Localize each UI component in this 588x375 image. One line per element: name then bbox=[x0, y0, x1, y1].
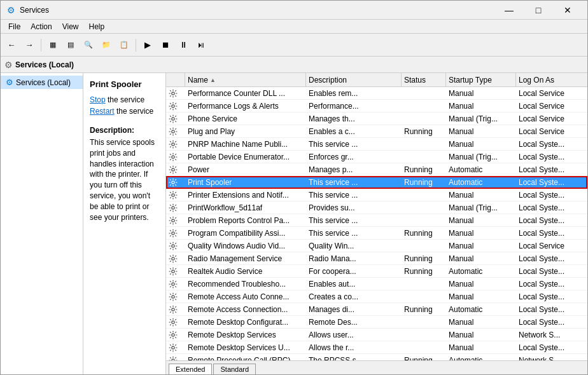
stop-service-button[interactable]: ⏹ bbox=[157, 37, 174, 53]
forward-button[interactable]: → bbox=[21, 37, 38, 53]
table-row[interactable]: Printer Extensions and Notif...This serv… bbox=[166, 189, 587, 201]
maximize-button[interactable]: □ bbox=[524, 1, 553, 20]
tab-standard[interactable]: Standard bbox=[213, 364, 256, 374]
service-status bbox=[402, 112, 446, 125]
table-row[interactable]: Remote Desktop Configurat...Remote Des..… bbox=[166, 316, 587, 329]
table-row[interactable]: Performance Counter DLL ...Enables rem..… bbox=[166, 87, 587, 100]
gear-icon bbox=[169, 254, 178, 263]
service-name: PrintWorkflow_5d11af bbox=[185, 201, 306, 214]
svg-point-2 bbox=[172, 117, 174, 119]
service-status bbox=[402, 316, 446, 328]
service-description: This service ... bbox=[306, 138, 402, 150]
resume-service-button[interactable]: ⏯ bbox=[193, 37, 209, 53]
table-row[interactable]: Quality Windows Audio Vid...Quality Win.… bbox=[166, 240, 587, 252]
header-description[interactable]: Description bbox=[306, 73, 402, 86]
service-name: Radio Management Service bbox=[185, 252, 306, 264]
back-button[interactable]: ← bbox=[3, 37, 20, 53]
menu-action[interactable]: Action bbox=[25, 21, 57, 32]
stop-service-action[interactable]: Stop the service bbox=[90, 95, 159, 104]
table-row[interactable]: Plug and PlayEnables a c...RunningManual… bbox=[166, 125, 587, 138]
toolbar-btn-4[interactable]: 📁 bbox=[98, 37, 115, 53]
svg-point-7 bbox=[172, 181, 174, 183]
table-row[interactable]: Portable Device Enumerator...Enforces gr… bbox=[166, 151, 587, 163]
service-startup: Manual (Trig... bbox=[446, 201, 516, 214]
service-logon: Local Syste... bbox=[516, 176, 587, 188]
service-startup: Automatic bbox=[446, 265, 516, 277]
services-list[interactable]: Performance Counter DLL ...Enables rem..… bbox=[166, 87, 587, 360]
service-description: Allows user... bbox=[306, 329, 402, 341]
table-row[interactable]: Recommended Troublesho...Enables aut...M… bbox=[166, 278, 587, 290]
table-row[interactable]: Program Compatibility Assi...This servic… bbox=[166, 227, 587, 240]
service-startup: Automatic bbox=[446, 354, 516, 360]
restart-service-suffix: the service bbox=[116, 107, 153, 116]
svg-point-18 bbox=[172, 320, 174, 323]
table-row[interactable]: PrintWorkflow_5d11afProvides su...Manual… bbox=[166, 201, 587, 214]
table-row[interactable]: Remote Access Auto Conne...Creates a co.… bbox=[166, 290, 587, 303]
service-status bbox=[402, 201, 446, 214]
svg-point-16 bbox=[172, 295, 174, 297]
start-service-button[interactable]: ▶ bbox=[139, 37, 156, 53]
stop-service-suffix: the service bbox=[108, 95, 144, 104]
service-icon-cell bbox=[166, 240, 185, 252]
show-hide-console-button[interactable]: ▦ bbox=[45, 37, 61, 53]
service-status: Running bbox=[402, 163, 446, 175]
table-row[interactable]: Problem Reports Control Pa...This servic… bbox=[166, 214, 587, 227]
service-description: Radio Mana... bbox=[306, 252, 402, 264]
pause-service-button[interactable]: ⏸ bbox=[175, 37, 192, 53]
service-icon-cell bbox=[166, 303, 185, 315]
toolbar-btn-5[interactable]: 📋 bbox=[116, 37, 132, 53]
service-status bbox=[402, 151, 446, 163]
service-logon: Local Syste... bbox=[516, 151, 587, 163]
service-name: Remote Procedure Call (RPC) bbox=[185, 354, 306, 360]
service-icon-cell bbox=[166, 100, 185, 112]
gear-icon bbox=[169, 102, 178, 111]
table-row[interactable]: Remote Desktop ServicesAllows user...Man… bbox=[166, 329, 587, 341]
service-description: This service ... bbox=[306, 189, 402, 201]
service-description: This service ... bbox=[306, 227, 402, 239]
menu-view[interactable]: View bbox=[57, 21, 84, 32]
table-row[interactable]: Performance Logs & AlertsPerformance...M… bbox=[166, 100, 587, 112]
header-startup[interactable]: Startup Type bbox=[446, 73, 516, 86]
sidebar-item-services-local[interactable]: ⚙ Services (Local) bbox=[1, 76, 83, 89]
menu-file[interactable]: File bbox=[3, 21, 25, 32]
service-name: Problem Reports Control Pa... bbox=[185, 214, 306, 226]
service-icon-cell bbox=[166, 138, 185, 150]
service-description: Enables rem... bbox=[306, 87, 402, 99]
service-description: Allows the r... bbox=[306, 341, 402, 353]
table-row[interactable]: PNRP Machine Name Publi...This service .… bbox=[166, 138, 587, 151]
gear-icon bbox=[169, 89, 178, 98]
table-row[interactable]: Print SpoolerThis service ...RunningAuto… bbox=[166, 176, 587, 189]
service-description: Manages p... bbox=[306, 163, 402, 175]
header-name-label: Name bbox=[188, 76, 208, 85]
service-icon-cell bbox=[166, 354, 185, 360]
service-startup: Manual bbox=[446, 278, 516, 290]
header-status[interactable]: Status bbox=[402, 73, 446, 86]
header-name[interactable]: Name ▲ bbox=[185, 73, 306, 86]
service-startup: Manual bbox=[446, 316, 516, 328]
toolbar-btn-2[interactable]: ▤ bbox=[62, 37, 79, 53]
menu-help[interactable]: Help bbox=[84, 21, 110, 32]
service-logon: Local Service bbox=[516, 125, 587, 137]
selected-service-title: Print Spooler bbox=[90, 79, 159, 89]
svg-point-15 bbox=[172, 282, 174, 285]
svg-point-17 bbox=[172, 308, 174, 310]
table-row[interactable]: Remote Desktop Services U...Allows the r… bbox=[166, 341, 587, 354]
header-logon[interactable]: Log On As bbox=[516, 73, 587, 86]
restart-service-action[interactable]: Restart the service bbox=[90, 107, 159, 116]
table-row[interactable]: PowerManages p...RunningAutomaticLocal S… bbox=[166, 163, 587, 176]
table-row[interactable]: Phone ServiceManages th...Manual (Trig..… bbox=[166, 112, 587, 125]
stop-service-link[interactable]: Stop bbox=[90, 95, 106, 104]
svg-point-1 bbox=[172, 104, 174, 107]
table-row[interactable]: Remote Procedure Call (RPC)The RPCSS s..… bbox=[166, 354, 587, 360]
toolbar-btn-3[interactable]: 🔍 bbox=[80, 37, 97, 53]
close-button[interactable]: ✕ bbox=[553, 1, 582, 20]
table-row[interactable]: Radio Management ServiceRadio Mana...Run… bbox=[166, 252, 587, 265]
table-row[interactable]: Realtek Audio ServiceFor coopera...Runni… bbox=[166, 265, 587, 278]
service-description: The RPCSS s... bbox=[306, 354, 402, 360]
restart-service-link[interactable]: Restart bbox=[90, 107, 115, 116]
header-logon-label: Log On As bbox=[519, 76, 554, 85]
table-row[interactable]: Remote Access Connection...Manages di...… bbox=[166, 303, 587, 316]
tab-extended[interactable]: Extended bbox=[169, 364, 212, 374]
service-status bbox=[402, 240, 446, 252]
minimize-button[interactable]: — bbox=[494, 1, 524, 20]
